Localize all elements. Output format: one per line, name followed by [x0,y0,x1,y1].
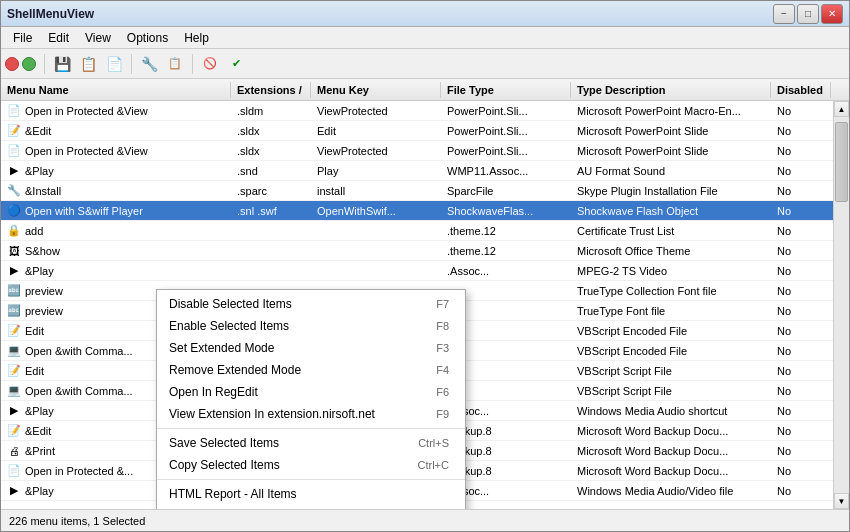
cell-menu-name: ▶ &Play [1,263,231,279]
close-button[interactable]: ✕ [821,4,843,24]
context-menu-item[interactable]: View Extension In extension.nirsoft.netF… [157,403,465,425]
row-name-label: &Play [25,405,54,417]
ctx-item-label: Set Extended Mode [169,341,416,355]
minimize-button[interactable]: − [773,4,795,24]
table-row[interactable]: 🔒 add .theme.12 Certificate Trust List N… [1,221,849,241]
context-menu-item[interactable]: HTML Report - All Items [157,483,465,505]
table-row[interactable]: 📄 Open in Protected &View .sldx ViewProt… [1,141,849,161]
context-menu-item[interactable]: Disable Selected ItemsF7 [157,293,465,315]
ctx-item-shortcut: F8 [436,320,449,332]
regedit-tool-button[interactable]: 📋 [163,53,187,75]
ctx-item-label: Save Selected Items [169,436,398,450]
table-row[interactable]: ▶ &Play .snd Play WMP11.Assoc... AU Form… [1,161,849,181]
cell-typedesc: VBScript Script File [571,384,771,398]
row-icon: 💻 [7,384,21,398]
enable-tool-button[interactable]: ✔ [224,53,248,75]
red-circle-indicator [5,57,19,71]
row-name-label: Open &with Comma... [25,385,133,397]
cell-ext: .snd [231,164,311,178]
menu-file[interactable]: File [5,29,40,47]
row-name-label: preview [25,305,63,317]
ctx-item-label: HTML Report - All Items [169,487,429,501]
cell-ext [231,230,311,232]
col-menu-key[interactable]: Menu Key [311,82,441,98]
context-menu-item[interactable]: Save Selected ItemsCtrl+S [157,432,465,454]
row-icon: 📝 [7,324,21,338]
cell-typedesc: Shockwave Flash Object [571,204,771,218]
scroll-up-arrow[interactable]: ▲ [834,101,849,117]
cell-disabled: No [771,304,831,318]
cell-menu-name: 📄 Open in Protected &View [1,143,231,159]
col-menu-name[interactable]: Menu Name [1,82,231,98]
status-bar: 226 menu items, 1 Selected [1,509,849,531]
context-menu-item[interactable]: HTML Report - Selected Items [157,505,465,509]
row-icon: 🖨 [7,444,21,458]
title-bar: ShellMenuView − □ ✕ [1,1,849,27]
cell-typedesc: VBScript Encoded File [571,344,771,358]
maximize-button[interactable]: □ [797,4,819,24]
cell-menu-name: 📄 Open in Protected &View [1,103,231,119]
cell-filetype: PowerPoint.Sli... [441,104,571,118]
cell-menu-name: 🖼 S&how [1,243,231,259]
table-header: Menu Name Extensions / Menu Key File Typ… [1,79,849,101]
cell-filetype: .Assoc... [441,264,571,278]
cell-menukey: Play [311,164,441,178]
cell-menukey [311,250,441,252]
row-name-label: preview [25,285,63,297]
cell-filetype: .theme.12 [441,244,571,258]
col-type-desc[interactable]: Type Description [571,82,771,98]
window-title: ShellMenuView [7,7,773,21]
copy-tool-button[interactable]: 📋 [76,53,100,75]
scroll-down-arrow[interactable]: ▼ [834,493,849,509]
row-icon: 🔤 [7,284,21,298]
menu-view[interactable]: View [77,29,119,47]
row-icon: 📄 [7,144,21,158]
menu-help[interactable]: Help [176,29,217,47]
properties-tool-button[interactable]: 🔧 [137,53,161,75]
disable-tool-button[interactable]: 🚫 [198,53,222,75]
cell-disabled: No [771,144,831,158]
menu-options[interactable]: Options [119,29,176,47]
table-row[interactable]: 📝 &Edit .sldx Edit PowerPoint.Sli... Mic… [1,121,849,141]
scroll-track[interactable] [834,117,849,493]
table-row[interactable]: 🔵 Open with S&wiff Player .snl .swf Open… [1,201,849,221]
cell-typedesc: Windows Media Audio/Video file [571,484,771,498]
ctx-item-shortcut: F4 [436,364,449,376]
row-icon: 💻 [7,344,21,358]
save-tool-button[interactable]: 💾 [50,53,74,75]
row-icon: 🔧 [7,184,21,198]
table-row[interactable]: 📄 Open in Protected &View .sldm ViewProt… [1,101,849,121]
cell-disabled: No [771,384,831,398]
row-icon: ▶ [7,264,21,278]
cell-ext: .sldx [231,124,311,138]
table-row[interactable]: 🖼 S&how .theme.12 Microsoft Office Theme… [1,241,849,261]
cell-disabled: No [771,204,831,218]
cell-typedesc: AU Format Sound [571,164,771,178]
col-file-type[interactable]: File Type [441,82,571,98]
cell-disabled: No [771,404,831,418]
cell-ext [231,250,311,252]
cell-typedesc: Skype Plugin Installation File [571,184,771,198]
context-menu-item[interactable]: Remove Extended ModeF4 [157,359,465,381]
main-window: ShellMenuView − □ ✕ File Edit View Optio… [0,0,850,532]
cell-menu-name: 🔧 &Install [1,183,231,199]
menu-edit[interactable]: Edit [40,29,77,47]
cell-typedesc: Windows Media Audio shortcut [571,404,771,418]
ctx-item-label: View Extension In extension.nirsoft.net [169,407,416,421]
row-icon: 📄 [7,104,21,118]
table-row[interactable]: 🔧 &Install .sparc install SparcFile Skyp… [1,181,849,201]
context-menu-item[interactable]: Copy Selected ItemsCtrl+C [157,454,465,476]
cell-menukey [311,270,441,272]
scroll-thumb[interactable] [835,122,848,202]
context-menu-item[interactable]: Open In RegEditF6 [157,381,465,403]
col-disabled[interactable]: Disabled [771,82,831,98]
vertical-scrollbar[interactable]: ▲ ▼ [833,101,849,509]
html-report-button[interactable]: 📄 [102,53,126,75]
toolbar-separator-1 [44,54,45,74]
context-menu: Disable Selected ItemsF7Enable Selected … [156,289,466,509]
table-row[interactable]: ▶ &Play .Assoc... MPEG-2 TS Video No [1,261,849,281]
cell-filetype: SparcFile [441,184,571,198]
context-menu-item[interactable]: Enable Selected ItemsF8 [157,315,465,337]
col-extensions[interactable]: Extensions / [231,82,311,98]
context-menu-item[interactable]: Set Extended ModeF3 [157,337,465,359]
